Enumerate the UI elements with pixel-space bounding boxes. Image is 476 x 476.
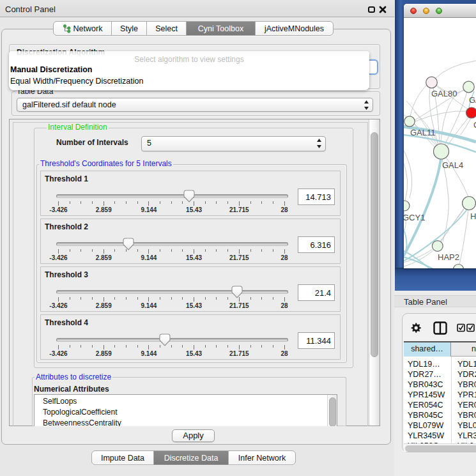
cell-name[interactable]: YLR3 xyxy=(457,431,476,440)
table-data-combobox[interactable]: galFiltered.sif default node xyxy=(17,98,373,112)
window-minimize-button[interactable] xyxy=(423,8,429,14)
slider-ticks xyxy=(58,201,285,206)
numerical-attributes-list[interactable]: SelfLoops TopologicalCoefficient Between… xyxy=(34,394,337,426)
dropdown-item-equal-width[interactable]: Equal Width/Frequency Discretization xyxy=(10,77,143,86)
slider-tick-label: 28 xyxy=(265,350,303,357)
threshold-value-field[interactable]: 21.4 xyxy=(298,284,335,301)
node-c-red[interactable] xyxy=(466,107,476,118)
table-panel-titlebar[interactable]: Table Panel xyxy=(394,295,476,307)
tab-impute-data[interactable]: Impute Data xyxy=(92,451,154,464)
table-horizontal-scrollbar[interactable] xyxy=(404,443,476,452)
node-gal11[interactable] xyxy=(404,116,415,127)
node-hap2[interactable] xyxy=(432,241,443,252)
slider-track[interactable] xyxy=(56,242,288,246)
table-row[interactable]: YBR043CYBR0 xyxy=(404,380,476,391)
node-label: GAL80 xyxy=(431,89,457,98)
dropdown-item-placeholder[interactable]: Select algorithm to view settings xyxy=(9,55,369,64)
interval-definition-group-title: Interval Definition xyxy=(47,123,109,132)
slider-thumb[interactable] xyxy=(183,190,195,203)
list-item[interactable]: SelfLoops xyxy=(43,397,77,406)
number-of-intervals-combobox[interactable]: 5 xyxy=(141,136,326,151)
settings-scrollbar[interactable] xyxy=(369,119,380,426)
dropdown-item-manual-discretization[interactable]: Manual Discretization xyxy=(10,65,93,74)
gear-icon[interactable] xyxy=(410,323,421,334)
threshold-label: Threshold 3 xyxy=(45,270,88,279)
list-item[interactable]: TopologicalCoefficient xyxy=(43,408,118,417)
control-panel-titlebar[interactable]: Control Panel xyxy=(0,0,394,17)
slider-track[interactable] xyxy=(56,290,288,294)
columns-icon[interactable] xyxy=(433,321,447,335)
network-icon xyxy=(63,24,71,33)
column-header-name[interactable]: na xyxy=(472,344,476,353)
table-row[interactable]: YER054CYER0 xyxy=(404,401,476,411)
table-row[interactable]: YDL19…YDL1 xyxy=(404,360,476,371)
attributes-list-scrollbar[interactable] xyxy=(327,395,337,426)
tab-infer-network[interactable]: Infer Network xyxy=(229,451,295,464)
threshold-value-field[interactable]: 6.316 xyxy=(298,236,335,253)
control-panel-title: Control Panel xyxy=(5,4,56,14)
numerical-attributes-label: Numerical Attributes xyxy=(34,385,109,394)
slider-tick-label: 28 xyxy=(265,254,303,261)
tab-select[interactable]: Select xyxy=(147,22,187,35)
float-window-icon[interactable] xyxy=(368,6,375,13)
slider-thumb[interactable] xyxy=(159,334,171,346)
slider-track[interactable] xyxy=(56,338,288,342)
cell-name[interactable]: YBL0 xyxy=(457,421,476,430)
slider-tick-label: 2.859 xyxy=(84,302,123,309)
slider-tick-label: -3.426 xyxy=(40,206,78,213)
cell-shared-name[interactable]: YBR043C xyxy=(408,380,443,389)
tab-style[interactable]: Style xyxy=(112,22,147,35)
cell-shared-name[interactable]: YER054C xyxy=(408,401,443,410)
table-row[interactable]: YBR045CYBR0 xyxy=(404,411,476,422)
node-bottom[interactable] xyxy=(454,265,464,269)
network-canvas[interactable]: GAL80 GA C GAL11 GAL4 GCY1 H HAP2 xyxy=(404,18,476,268)
slider-tick-label: 15.43 xyxy=(175,254,213,261)
slider-tick-label: 15.43 xyxy=(175,302,213,309)
cell-name[interactable]: YBR0 xyxy=(457,380,476,389)
threshold-value-field[interactable]: 14.713 xyxy=(298,188,335,205)
cell-name[interactable]: YBR0 xyxy=(457,411,476,420)
cell-shared-name[interactable]: YDR27… xyxy=(408,370,441,379)
close-icon[interactable] xyxy=(379,6,387,13)
tab-cyni-toolbox[interactable]: Cyni Toolbox xyxy=(187,22,256,35)
slider-thumb[interactable] xyxy=(123,238,134,250)
cell-shared-name[interactable]: YDL19… xyxy=(408,360,440,369)
table-row[interactable]: YLR345WYLR3 xyxy=(404,431,476,442)
tab-network[interactable]: Network xyxy=(54,22,112,35)
slider-track[interactable] xyxy=(56,194,288,198)
column-header-shared-name[interactable]: shared… xyxy=(404,342,451,357)
cell-name[interactable]: YER0 xyxy=(457,401,476,410)
node-gal4[interactable] xyxy=(434,144,449,159)
slider-tick-label: 21.715 xyxy=(220,206,258,213)
threshold-label: Threshold 1 xyxy=(45,174,88,183)
cell-name[interactable]: YPR1 xyxy=(457,390,476,399)
cell-shared-name[interactable]: YLR345W xyxy=(408,431,444,440)
window-close-button[interactable] xyxy=(410,8,417,14)
node-h[interactable] xyxy=(463,197,476,210)
table-horizontal-scrollbar-thumb[interactable] xyxy=(405,445,476,452)
slider-thumb[interactable] xyxy=(231,286,243,298)
tab-jactivemnodules[interactable]: jActiveMNodules xyxy=(256,22,333,35)
cell-name[interactable]: YDR2 xyxy=(457,370,476,379)
tab-cyni-toolbox-label: Cyni Toolbox xyxy=(198,24,243,33)
cell-shared-name[interactable]: YBL079W xyxy=(408,421,443,430)
cell-shared-name[interactable]: YPR145W xyxy=(408,390,445,399)
window-zoom-button[interactable] xyxy=(436,8,442,14)
cell-name[interactable]: YDL1 xyxy=(457,360,476,369)
node-table[interactable]: shared… na YDL19…YDL1YDR27…YDR2YBR043CYB… xyxy=(404,341,476,443)
cell-shared-name[interactable]: YBR045C xyxy=(408,411,443,420)
node-gal80[interactable] xyxy=(426,77,438,88)
table-row[interactable]: YDR27…YDR2 xyxy=(404,370,476,381)
table-row[interactable]: YBL079WYBL0 xyxy=(404,421,476,432)
checkboxes-icon[interactable] xyxy=(457,323,476,332)
threshold-value-field[interactable]: 11.344 xyxy=(298,332,335,349)
node-ga[interactable] xyxy=(463,81,475,93)
apply-button[interactable]: Apply xyxy=(172,429,215,442)
node-gcy1[interactable] xyxy=(404,201,410,211)
settings-scrollbar-thumb[interactable] xyxy=(371,132,378,357)
table-row[interactable]: YPR145WYPR1 xyxy=(404,390,476,401)
list-item[interactable]: BetweennessCentrality xyxy=(43,418,121,426)
application-root: Control Panel Network Style Selec xyxy=(0,0,476,476)
attributes-list-scrollbar-thumb[interactable] xyxy=(329,397,336,426)
tab-discretize-data[interactable]: Discretize Data xyxy=(154,451,229,464)
